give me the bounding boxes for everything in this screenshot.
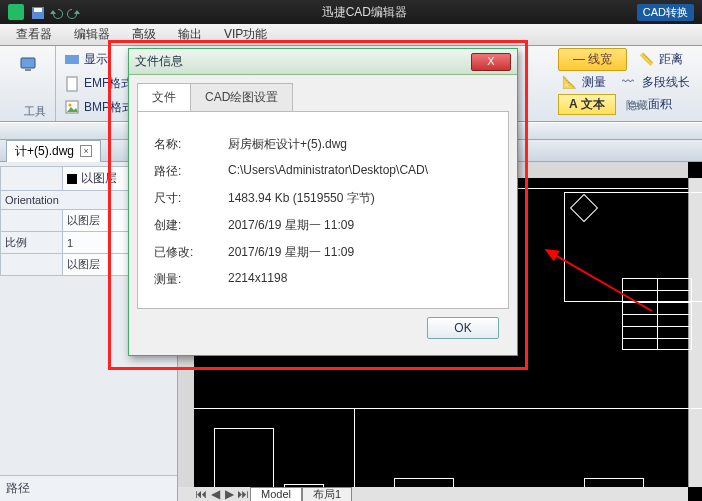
- horizontal-scrollbar[interactable]: ⏮ ◀ ▶ ⏭ Model 布局1: [178, 487, 688, 501]
- dlg-size-label: 尺寸:: [154, 190, 228, 207]
- svg-rect-4: [65, 55, 79, 64]
- polyline-icon: 〰: [622, 75, 638, 91]
- svg-rect-2: [21, 58, 35, 68]
- tab-layout1[interactable]: 布局1: [302, 487, 352, 501]
- area-label: 面积: [648, 96, 672, 113]
- quick-access-toolbar: [30, 5, 80, 19]
- dlg-modified-label: 已修改:: [154, 244, 228, 261]
- measure-button[interactable]: 📐测量: [558, 73, 610, 92]
- tab-nav-next-icon[interactable]: ▶: [222, 487, 236, 501]
- file-info-dialog: 文件信息 X 文件 CAD绘图设置 名称:厨房橱柜设计+(5).dwg 路径:C…: [128, 48, 518, 356]
- dlg-path-label: 路径:: [154, 163, 228, 180]
- app-titlebar: 迅捷CAD编辑器 CAD转换: [0, 0, 702, 24]
- distance-label: 距离: [659, 51, 683, 68]
- model-layout-tabs: ⏮ ◀ ▶ ⏭ Model 布局1: [194, 487, 352, 501]
- app-title: 迅捷CAD编辑器: [92, 4, 637, 21]
- qat-save-icon[interactable]: [30, 5, 44, 19]
- measure-icon: 📐: [562, 75, 578, 91]
- display-icon: [20, 56, 36, 72]
- dlg-size-value: 1483.94 Kb (1519550 字节): [228, 190, 375, 207]
- line-width-label: 线宽: [588, 52, 612, 66]
- ruler-icon: 📏: [639, 52, 655, 68]
- dlg-created-value: 2017/6/19 星期一 11:09: [228, 217, 354, 234]
- prop-scale-label: 比例: [1, 232, 63, 254]
- menu-editor[interactable]: 编辑器: [64, 24, 120, 45]
- text-button[interactable]: A 文本: [558, 94, 616, 115]
- qat-redo-icon[interactable]: [66, 5, 80, 19]
- tab-nav-prev-icon[interactable]: ◀: [208, 487, 222, 501]
- ribbon-bmp-btn[interactable]: BMP格式: [60, 98, 138, 117]
- distance-button[interactable]: 📏距离: [635, 50, 687, 69]
- cad-convert-button[interactable]: CAD转换: [637, 4, 694, 21]
- dialog-titlebar[interactable]: 文件信息 X: [129, 49, 517, 75]
- menu-vip[interactable]: VIP功能: [214, 24, 277, 45]
- menu-advanced[interactable]: 高级: [122, 24, 166, 45]
- app-icon: [8, 4, 24, 20]
- side-path-label: 路径: [0, 475, 177, 501]
- polyline-label: 多段线长: [642, 74, 690, 91]
- dlg-name-label: 名称:: [154, 136, 228, 153]
- tab-model[interactable]: Model: [250, 487, 302, 501]
- ribbon-show-button[interactable]: [0, 46, 55, 82]
- menubar: 查看器 编辑器 高级 输出 VIP功能: [0, 24, 702, 46]
- dlg-name-value: 厨房橱柜设计+(5).dwg: [228, 136, 347, 153]
- ribbon-emf-label: EMF格式: [84, 75, 133, 92]
- menu-viewer[interactable]: 查看器: [6, 24, 62, 45]
- dlg-created-label: 创建:: [154, 217, 228, 234]
- document-tab-close-icon[interactable]: ×: [80, 145, 92, 157]
- ribbon-emf-btn[interactable]: EMF格式: [60, 74, 137, 93]
- qat-undo-icon[interactable]: [48, 5, 62, 19]
- line-width-button[interactable]: — 线宽: [558, 48, 627, 71]
- svg-point-9: [69, 104, 72, 107]
- image-icon: [64, 99, 80, 115]
- dlg-modified-value: 2017/6/19 星期一 11:09: [228, 244, 354, 261]
- ribbon-display-btn[interactable]: 显示: [60, 50, 112, 69]
- ribbon-right-group: — 线宽 📏距离 📐测量 〰多段线长 A 文本 ▭面积 隐藏: [558, 48, 698, 115]
- document-tab-label: 计+(5).dwg: [15, 143, 74, 160]
- tab-nav-first-icon[interactable]: ⏮: [194, 487, 208, 501]
- dlg-measure-value: 2214x1198: [228, 271, 287, 288]
- ribbon-bmp-label: BMP格式: [84, 99, 134, 116]
- dialog-ok-button[interactable]: OK: [427, 317, 499, 339]
- document-tab[interactable]: 计+(5).dwg ×: [6, 140, 101, 162]
- svg-rect-3: [25, 69, 31, 71]
- dialog-tab-file[interactable]: 文件: [137, 83, 191, 111]
- color-swatch-icon: [67, 174, 77, 184]
- ribbon-group-tools-label: 工具: [24, 104, 46, 119]
- dlg-path-value: C:\Users\Administrator\Desktop\CAD\: [228, 163, 428, 180]
- dialog-content: 名称:厨房橱柜设计+(5).dwg 路径:C:\Users\Administra…: [137, 112, 509, 309]
- dialog-title: 文件信息: [135, 53, 471, 70]
- dialog-tabs: 文件 CAD绘图设置: [137, 83, 509, 112]
- ribbon-display-label: 显示: [84, 51, 108, 68]
- tab-nav-last-icon[interactable]: ⏭: [236, 487, 250, 501]
- doc-icon: [64, 76, 80, 92]
- prop-layer-value: 以图层: [81, 171, 117, 185]
- dialog-close-button[interactable]: X: [471, 53, 511, 71]
- menu-output[interactable]: 输出: [168, 24, 212, 45]
- measure-label: 测量: [582, 74, 606, 91]
- ribbon-group-hide-label: 隐藏: [626, 98, 648, 113]
- dlg-measure-label: 测量:: [154, 271, 228, 288]
- polyline-button[interactable]: 〰多段线长: [618, 73, 694, 92]
- svg-rect-1: [34, 8, 42, 12]
- dialog-tab-settings[interactable]: CAD绘图设置: [190, 83, 293, 111]
- svg-rect-5: [67, 77, 77, 91]
